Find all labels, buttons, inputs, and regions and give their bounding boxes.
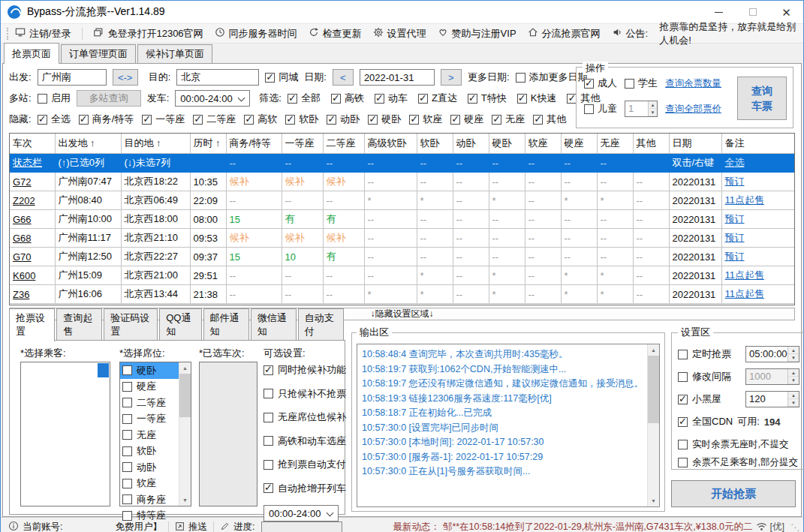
scroll-up-icon[interactable]: ▲ bbox=[179, 362, 191, 374]
scrollbar-thumb[interactable] bbox=[179, 374, 191, 417]
scroll-up-icon[interactable]: ▲ bbox=[648, 344, 659, 356]
train-number-link[interactable]: G72 bbox=[13, 176, 32, 188]
filter-动车[interactable]: 动车 bbox=[375, 92, 408, 105]
child-count-spinner[interactable]: 1 ▲▼ bbox=[625, 101, 658, 117]
hide-其他[interactable]: 其他 bbox=[533, 113, 566, 126]
status-row[interactable]: 状态栏(↑)已选0列(↓)未选7列--------------------双击/… bbox=[10, 154, 794, 173]
toolbar-item-logout-login[interactable]: 注销/登录 bbox=[15, 27, 71, 41]
table-row[interactable]: G68广州南11:17北京西21:1009:53候补候补候补----------… bbox=[10, 229, 794, 248]
filter-高铁[interactable]: 高铁 bbox=[331, 92, 364, 105]
checkbox[interactable] bbox=[263, 460, 273, 470]
prev-date-button[interactable]: < bbox=[333, 69, 354, 86]
checkbox[interactable] bbox=[331, 94, 341, 104]
seat-item-软卧[interactable]: 软卧 bbox=[120, 443, 179, 460]
checkbox[interactable] bbox=[678, 395, 688, 404]
hide-软卧[interactable]: 软卧 bbox=[285, 113, 318, 126]
column-header-二等座[interactable]: 二等座 bbox=[323, 134, 364, 154]
option-高铁和动车选座[interactable]: 高铁和动车选座 bbox=[263, 434, 340, 448]
passenger-listbox[interactable] bbox=[20, 362, 110, 506]
multi-enable-checkbox[interactable]: 启用 bbox=[38, 92, 71, 105]
tab-抢票设置[interactable]: 抢票设置 bbox=[9, 308, 55, 341]
tab-抢票页面[interactable]: 抢票页面 bbox=[4, 43, 59, 64]
table-row[interactable]: Z202广州08:40北京西06:4922:09------**--*--**-… bbox=[10, 191, 794, 210]
seat-item-硬卧[interactable]: 硬卧 bbox=[120, 362, 179, 379]
column-header-一等座[interactable]: 一等座 bbox=[282, 134, 323, 154]
column-header-历时[interactable]: 历时 ↑ bbox=[190, 134, 226, 154]
book-link[interactable]: 11点起售 bbox=[725, 288, 765, 299]
checkbox[interactable] bbox=[517, 94, 527, 104]
checkbox[interactable] bbox=[193, 115, 203, 125]
train-number-link[interactable]: Z36 bbox=[13, 289, 29, 300]
toolbar-item-open-12306[interactable]: 免登录打开12306官网 bbox=[93, 27, 203, 41]
scroll-down-icon[interactable]: ▼ bbox=[648, 495, 659, 506]
column-header-软座[interactable]: 软座 bbox=[525, 134, 561, 154]
option-只抢候补不抢票[interactable]: 只抢候补不抢票 bbox=[263, 387, 340, 401]
train-number-link[interactable]: G70 bbox=[13, 251, 32, 263]
seat-list-scrollbar[interactable]: ▲ ▼ bbox=[179, 362, 191, 506]
option-无座席位也候补[interactable]: 无座席位也候补 bbox=[263, 410, 340, 424]
hide-硬座[interactable]: 硬座 bbox=[450, 113, 483, 126]
child-checkbox[interactable]: 儿童 bbox=[584, 102, 617, 116]
adult-checkbox[interactable]: 成人 bbox=[584, 77, 617, 90]
column-header-硬卧[interactable]: 硬卧 bbox=[489, 134, 525, 154]
checkbox[interactable] bbox=[122, 494, 132, 504]
train-number-link[interactable]: G66 bbox=[13, 214, 32, 225]
filter-T特快[interactable]: T特快 bbox=[468, 92, 507, 105]
toolbar-item-official-site[interactable]: 分流抢票官网 bbox=[528, 27, 601, 41]
same-city-check[interactable] bbox=[265, 73, 275, 83]
checkbox[interactable] bbox=[450, 115, 460, 125]
checkbox[interactable] bbox=[492, 115, 501, 125]
table-row[interactable]: K600广州15:09北京西21:0029:51--------*--*--**… bbox=[10, 266, 794, 285]
checkbox[interactable] bbox=[122, 414, 132, 424]
setting-spinner[interactable]: 120▲▼ bbox=[745, 391, 799, 407]
checkbox[interactable] bbox=[122, 511, 132, 521]
column-header-无座[interactable]: 无座 bbox=[597, 134, 633, 154]
checkbox[interactable] bbox=[533, 115, 543, 125]
checkbox[interactable] bbox=[122, 365, 132, 375]
checkbox[interactable] bbox=[678, 350, 688, 359]
tab-验证码设置[interactable]: 验证码设置 bbox=[104, 308, 158, 341]
checkbox[interactable] bbox=[678, 440, 688, 449]
column-header-日期[interactable]: 日期 bbox=[669, 134, 721, 154]
tab-QQ通知[interactable]: QQ通知 bbox=[159, 308, 201, 341]
train-number-link[interactable]: Z202 bbox=[13, 195, 35, 206]
toolbar-item-announcement[interactable]: 公告: bbox=[612, 27, 649, 41]
table-row[interactable]: G72广州南07:47北京西18:2210:35候补候补候补----------… bbox=[10, 173, 794, 191]
tab-自动支付[interactable]: 自动支付 bbox=[298, 308, 344, 341]
column-header-硬座[interactable]: 硬座 bbox=[561, 134, 597, 154]
checkbox[interactable] bbox=[244, 115, 254, 125]
seat-item-硬座[interactable]: 硬座 bbox=[120, 379, 179, 395]
table-row[interactable]: Z36广州16:06北京西13:4421:38------**--*--**--… bbox=[10, 285, 794, 304]
book-link[interactable]: 11点起售 bbox=[725, 194, 765, 206]
column-header-高级软卧[interactable]: 高级软卧 bbox=[364, 134, 417, 154]
depart-input[interactable]: 广州南 bbox=[38, 69, 107, 86]
column-header-商务/特等[interactable]: 商务/特等 bbox=[226, 134, 282, 154]
checkbox[interactable] bbox=[122, 446, 132, 456]
checkbox[interactable] bbox=[142, 115, 152, 125]
multi-query-button[interactable]: 多站查询 bbox=[77, 90, 141, 107]
checkbox[interactable] bbox=[122, 462, 132, 472]
checkbox[interactable] bbox=[418, 94, 428, 104]
output-scrollbar[interactable]: ▲ ▼ bbox=[647, 344, 659, 506]
column-header-出发地[interactable]: 出发地 ↑ bbox=[55, 134, 121, 154]
seat-item-软座[interactable]: 软座 bbox=[120, 476, 179, 492]
book-link[interactable]: 预订 bbox=[725, 251, 745, 262]
dest-input[interactable]: 北京 bbox=[176, 69, 259, 86]
query-remaining-link[interactable]: 查询余票数量 bbox=[665, 77, 721, 90]
train-number-link[interactable]: G68 bbox=[13, 233, 32, 244]
option-同时抢候补功能[interactable]: 同时抢候补功能 bbox=[263, 363, 340, 377]
filter-全部[interactable]: 全部 bbox=[288, 92, 321, 105]
seat-listbox[interactable]: 硬卧硬座二等座一等座无座软卧动卧软座商务座特等座 ▲ ▼ bbox=[119, 362, 191, 506]
tab-邮件通知[interactable]: 邮件通知 bbox=[203, 308, 249, 341]
column-header-目的地[interactable]: 目的地 ↑ bbox=[121, 134, 190, 154]
tab-候补订单页面[interactable]: 候补订单页面 bbox=[137, 44, 212, 64]
checkbox[interactable] bbox=[263, 413, 273, 422]
setting-spinner[interactable]: 05:00:00▲▼ bbox=[745, 346, 799, 362]
checkbox[interactable] bbox=[122, 479, 132, 488]
seat-item-无座[interactable]: 无座 bbox=[120, 427, 179, 443]
cdn-checkbox[interactable] bbox=[678, 417, 688, 427]
hide-全选[interactable]: 全选 bbox=[38, 113, 71, 126]
tab-微信通知[interactable]: 微信通知 bbox=[251, 308, 297, 341]
checkbox[interactable] bbox=[263, 483, 273, 493]
start-grab-button[interactable]: 开始抢票 bbox=[671, 480, 796, 507]
